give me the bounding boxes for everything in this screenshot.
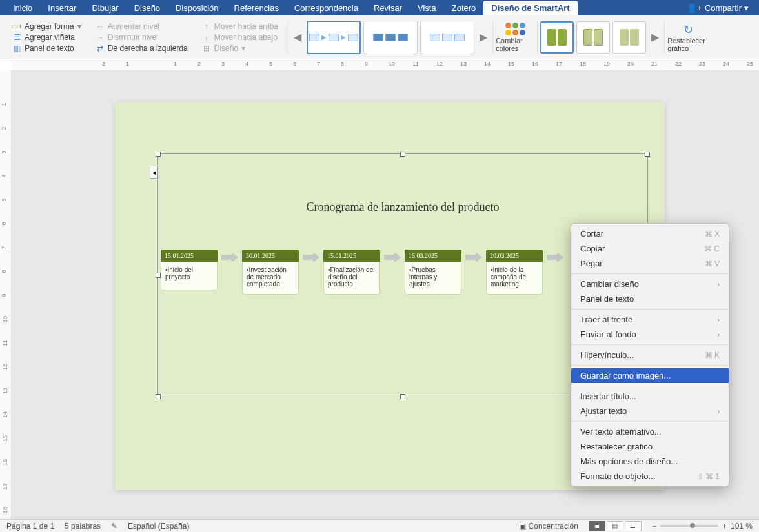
text-pane-button[interactable]: ▥Panel de texto xyxy=(10,43,83,54)
context-menu-item[interactable]: Insertar título... xyxy=(571,389,729,404)
context-menu-label: Ver texto alternativo... xyxy=(580,427,662,437)
resize-handle[interactable] xyxy=(645,152,650,157)
context-menu-label: Insertar título... xyxy=(580,391,636,401)
share-label: Compartir xyxy=(705,3,742,13)
spellcheck-icon[interactable]: ✎ xyxy=(111,522,117,531)
context-menu-item[interactable]: Enviar al fondo› xyxy=(571,327,729,342)
style-next[interactable]: ▶ xyxy=(649,31,662,43)
tab-smartart-design[interactable]: Diseño de SmartArt xyxy=(483,1,577,15)
add-shape-label: Agregar forma xyxy=(25,22,74,31)
word-count[interactable]: 5 palabras xyxy=(65,522,101,531)
style-thumb-2[interactable] xyxy=(576,21,610,54)
layout-menu[interactable]: ⊞Diseño▾ xyxy=(200,43,280,54)
tab-vista[interactable]: Vista xyxy=(410,1,444,15)
shortcut-label: ⌘ V xyxy=(705,259,720,268)
context-menu-item[interactable]: Cambiar diseño› xyxy=(571,277,729,291)
move-up-button[interactable]: ↑Mover hacia arriba xyxy=(200,21,280,32)
layout-thumb-3[interactable] xyxy=(420,21,474,54)
change-colors-button[interactable]: Cambiar colores xyxy=(496,23,534,52)
gallery-next[interactable]: ▶ xyxy=(477,31,490,43)
demote-button[interactable]: →Disminuir nivel xyxy=(94,32,190,43)
chevron-down-icon: ▾ xyxy=(77,22,81,31)
context-menu-item[interactable]: Guardar como imagen... xyxy=(571,368,729,383)
zoom-slider[interactable] xyxy=(660,525,718,527)
tab-diseno[interactable]: Diseño xyxy=(126,1,168,15)
arrow-icon xyxy=(299,250,323,262)
context-menu-item[interactable]: Cortar⌘ X xyxy=(571,226,729,241)
node-date: 15.01.2025 xyxy=(161,250,218,262)
resize-handle[interactable] xyxy=(400,394,405,399)
context-menu: Cortar⌘ XCopiar⌘ CPegar⌘ VCambiar diseño… xyxy=(571,223,729,487)
share-button[interactable]: 👤+ Compartir ▾ xyxy=(682,3,754,13)
language-indicator[interactable]: Español (España) xyxy=(128,522,189,531)
page-indicator[interactable]: Página 1 de 1 xyxy=(6,522,54,531)
smartart-title: Cronograma de lanzamiento del producto xyxy=(158,201,647,214)
add-bullet-button[interactable]: ☰Agregar viñeta xyxy=(10,32,83,43)
style-thumb-1[interactable] xyxy=(540,21,574,54)
gallery-prev[interactable]: ◀ xyxy=(291,31,304,43)
rtl-icon: ⇄ xyxy=(96,44,105,53)
context-menu-item[interactable]: Formato de objeto...⇧ ⌘ 1 xyxy=(571,469,729,484)
context-menu-item[interactable]: Hipervínculo...⌘ K xyxy=(571,348,729,362)
layout-thumb-1[interactable]: ▶▶ xyxy=(307,21,361,54)
context-menu-item[interactable]: Ajustar texto› xyxy=(571,404,729,419)
tab-correspondencia[interactable]: Correspondencia xyxy=(287,1,366,15)
textpane-toggle[interactable]: ◂ xyxy=(150,166,157,179)
move-down-label: Mover hacia abajo xyxy=(214,33,278,42)
timeline-node[interactable]: 15.01.2025Inicio del proyecto xyxy=(161,250,218,290)
node-date: 15.01.2025 xyxy=(323,250,380,262)
resize-handle[interactable] xyxy=(400,152,405,157)
resize-handle[interactable] xyxy=(156,273,161,278)
view-buttons: ≣ ▤ ☰ xyxy=(589,521,642,531)
timeline-node[interactable]: 15.01.2025Finalización del diseño del pr… xyxy=(323,250,380,295)
arrow-icon xyxy=(380,250,405,262)
zoom-out[interactable]: − xyxy=(652,522,656,531)
context-menu-item[interactable]: Pegar⌘ V xyxy=(571,256,729,271)
node-date: 15.03.2025 xyxy=(405,250,461,262)
move-down-button[interactable]: ↓Mover hacia abajo xyxy=(200,32,280,43)
view-outline[interactable]: ☰ xyxy=(625,521,642,531)
context-menu-label: Más opciones de diseño... xyxy=(580,457,678,466)
view-web[interactable]: ▤ xyxy=(607,521,623,531)
resize-handle[interactable] xyxy=(156,152,161,157)
tab-inicio[interactable]: Inicio xyxy=(5,1,40,15)
context-menu-item[interactable]: Más opciones de diseño... xyxy=(571,454,729,469)
zoom-control: − + 101 % xyxy=(652,522,753,531)
add-shape-button[interactable]: ▭+Agregar forma▾ xyxy=(10,21,83,32)
tab-referencias[interactable]: Referencias xyxy=(227,1,287,15)
zoom-in[interactable]: + xyxy=(722,522,727,531)
tab-insertar[interactable]: Insertar xyxy=(40,1,84,15)
promote-button[interactable]: ←Aumentar nivel xyxy=(94,21,190,32)
node-body: Inicio de la campaña de marketing xyxy=(486,262,543,295)
arrow-left-icon: ← xyxy=(96,22,105,31)
tab-revisar[interactable]: Revisar xyxy=(366,1,410,15)
shortcut-label: ⇧ ⌘ 1 xyxy=(697,472,720,481)
timeline-node[interactable]: 30.01.2025Investigación de mercado compl… xyxy=(242,250,299,295)
context-menu-item[interactable]: Restablecer gráfico xyxy=(571,439,729,454)
layout-thumb-2[interactable] xyxy=(363,21,418,54)
resize-handle[interactable] xyxy=(156,394,161,399)
context-menu-item[interactable]: Copiar⌘ C xyxy=(571,241,729,256)
tab-dibujar[interactable]: Dibujar xyxy=(84,1,126,15)
rtl-button[interactable]: ⇄De derecha a izquierda xyxy=(94,43,190,54)
context-menu-label: Cambiar diseño xyxy=(580,279,639,289)
view-print[interactable]: ≣ xyxy=(589,521,605,531)
context-menu-item[interactable]: Ver texto alternativo... xyxy=(571,424,729,439)
tab-zotero[interactable]: Zotero xyxy=(444,1,484,15)
arrow-right-icon: → xyxy=(96,33,105,42)
chevron-right-icon: › xyxy=(717,330,720,339)
zoom-value[interactable]: 101 % xyxy=(731,522,753,531)
timeline-node[interactable]: 15.03.2025Pruebas internas y ajustes xyxy=(405,250,461,295)
style-thumb-3[interactable] xyxy=(612,21,646,54)
reset-graphic-button[interactable]: ↻ Restablecer gráfico xyxy=(667,23,709,52)
color-circles-icon xyxy=(505,23,525,35)
chevron-down-icon: ▾ xyxy=(744,3,749,13)
context-menu-item[interactable]: Traer al frente› xyxy=(571,312,729,327)
timeline-node[interactable]: 20.03.2025Inicio de la campaña de market… xyxy=(486,250,543,295)
focus-mode-button[interactable]: ▣ Concentración xyxy=(519,522,578,531)
tab-disposicion[interactable]: Disposición xyxy=(168,1,226,15)
context-menu-item[interactable]: Panel de texto xyxy=(571,291,729,306)
chevron-right-icon: › xyxy=(717,315,720,324)
layout-icon: ⊞ xyxy=(202,44,211,53)
shortcut-label: ⌘ C xyxy=(704,244,720,253)
